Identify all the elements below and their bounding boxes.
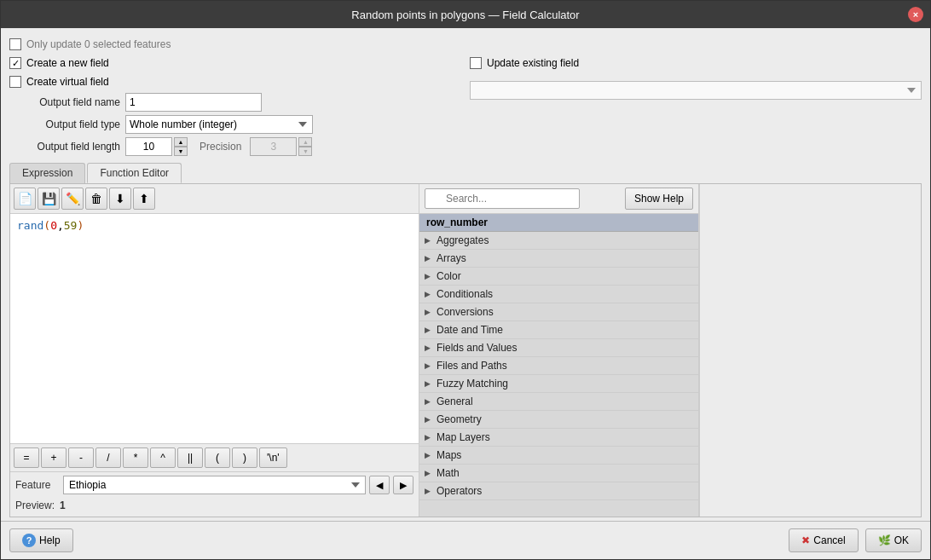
row-number-item[interactable]: row_number	[419, 214, 698, 232]
help-panel	[699, 184, 921, 517]
function-panel: 🔍 Show Help row_number ▶ Aggregates	[419, 184, 699, 517]
create-new-field-checkbox[interactable]: ✓	[9, 57, 21, 69]
list-item[interactable]: ▶ Aggregates	[419, 232, 698, 250]
precision-spinner: ▲ ▼	[250, 137, 312, 156]
tabs-row: Expression Function Editor	[9, 163, 922, 183]
main-panel: 📄 💾 ✏️ 🗑 ⬇ ⬆	[9, 183, 922, 517]
create-virtual-field-row: Create virtual field	[9, 74, 461, 89]
title-bar: Random points in polygons — Field Calcul…	[1, 1, 930, 28]
arrow-icon: ▶	[425, 326, 433, 334]
op-power[interactable]: ^	[150, 447, 176, 468]
save-button[interactable]: 💾	[38, 188, 60, 210]
right-fields: Update existing field	[461, 55, 922, 156]
list-item[interactable]: ▶ Conversions	[419, 303, 698, 321]
ok-button[interactable]: 🌿 OK	[865, 528, 922, 552]
arrow-icon: ▶	[425, 379, 433, 388]
search-row: 🔍 Show Help	[419, 184, 698, 214]
operators-row: = + - / * ^ || ( ) '\n'	[10, 443, 419, 471]
list-item[interactable]: ▶ Color	[419, 268, 698, 286]
output-field-name-input[interactable]	[125, 93, 262, 112]
precision-input	[250, 137, 297, 156]
dialog-title: Random points in polygons — Field Calcul…	[351, 9, 579, 21]
new-button[interactable]: 📄	[14, 188, 36, 210]
list-item[interactable]: ▶ Files and Paths	[419, 357, 698, 375]
only-update-checkbox[interactable]	[9, 38, 21, 50]
op-minus[interactable]: -	[68, 447, 94, 468]
import-button[interactable]: ⬇	[109, 188, 131, 210]
list-item[interactable]: ▶ Arrays	[419, 250, 698, 268]
op-eq[interactable]: =	[14, 447, 39, 468]
spinner-down[interactable]: ▼	[174, 147, 188, 156]
output-field-name-label: Output field name	[9, 96, 120, 108]
footer-right: ✖ Cancel 🌿 OK	[789, 528, 922, 552]
spinner-up[interactable]: ▲	[174, 137, 188, 147]
list-item[interactable]: ▶ Map Layers	[419, 429, 698, 447]
precision-up: ▲	[298, 137, 312, 147]
list-item[interactable]: ▶ Operators	[419, 482, 698, 500]
list-item[interactable]: ▶ Fields and Values	[419, 339, 698, 357]
cancel-icon: ✖	[801, 534, 810, 546]
export-button[interactable]: ⬆	[133, 188, 155, 210]
delete-button[interactable]: 🗑	[85, 188, 107, 210]
list-item[interactable]: ▶ General	[419, 393, 698, 411]
feature-label: Feature	[15, 479, 58, 491]
arrow-icon: ▶	[425, 254, 433, 263]
list-item[interactable]: ▶ Geometry	[419, 411, 698, 429]
existing-field-select[interactable]	[470, 81, 922, 100]
list-item[interactable]: ▶ Fuzzy Matching	[419, 375, 698, 393]
dialog-body: Only update 0 selected features ✓ Create…	[1, 28, 930, 521]
list-item[interactable]: ▶ Date and Time	[419, 321, 698, 339]
tab-expression[interactable]: Expression	[9, 163, 85, 183]
op-plus[interactable]: +	[41, 447, 66, 468]
show-help-button[interactable]: Show Help	[625, 188, 693, 210]
output-field-type-select[interactable]: Whole number (integer)	[125, 115, 313, 134]
arrow-icon: ▶	[425, 344, 433, 352]
expression-panel: 📄 💾 ✏️ 🗑 ⬇ ⬆	[10, 184, 419, 517]
only-update-row: Only update 0 selected features	[9, 35, 922, 55]
edit-button[interactable]: ✏️	[61, 188, 84, 210]
tab-function-editor[interactable]: Function Editor	[87, 163, 182, 183]
feature-select[interactable]: Ethiopia	[63, 476, 366, 494]
new-icon: 📄	[18, 192, 32, 205]
arrow-icon: ▶	[425, 272, 433, 280]
function-list: row_number ▶ Aggregates ▶ Arrays ▶ Color	[419, 214, 698, 517]
update-existing-field-checkbox[interactable]	[470, 57, 482, 69]
help-icon: ?	[22, 534, 36, 547]
list-item[interactable]: ▶ Math	[419, 465, 698, 482]
op-div[interactable]: /	[95, 447, 121, 468]
save-icon: 💾	[42, 192, 56, 205]
feature-select-wrap: Ethiopia ◀ ▶	[63, 476, 413, 494]
list-item[interactable]: ▶ Conditionals	[419, 286, 698, 303]
close-button[interactable]: ×	[908, 7, 923, 22]
op-mul[interactable]: *	[123, 447, 148, 468]
expression-editor[interactable]: rand(0,59)	[10, 214, 419, 443]
arrow-icon: ▶	[425, 487, 433, 495]
close-paren: )	[77, 219, 84, 232]
cancel-button[interactable]: ✖ Cancel	[789, 528, 858, 552]
op-lparen[interactable]: (	[205, 447, 230, 468]
arrow-icon: ▶	[425, 290, 433, 298]
editor-toolbar: 📄 💾 ✏️ 🗑 ⬇ ⬆	[10, 184, 419, 214]
op-rparen[interactable]: )	[232, 447, 257, 468]
arrow-icon: ▶	[425, 308, 433, 316]
edit-icon: ✏️	[66, 192, 80, 205]
output-field-name-row: Output field name	[9, 93, 461, 112]
prev-feature-btn[interactable]: ◀	[369, 476, 390, 494]
fields-row: ✓ Create a new field Create virtual fiel…	[9, 55, 922, 156]
open-paren: (	[43, 219, 50, 232]
help-button[interactable]: ? Help	[9, 528, 73, 552]
top-section: Only update 0 selected features ✓ Create…	[9, 35, 922, 159]
search-input[interactable]	[425, 188, 580, 209]
create-virtual-field-checkbox[interactable]	[9, 76, 21, 88]
arrow-icon: ▶	[425, 451, 433, 459]
arrow-icon: ▶	[425, 415, 433, 424]
op-concat[interactable]: ||	[177, 447, 203, 468]
preview-row: Preview: 1	[10, 498, 419, 517]
preview-label: Preview:	[15, 499, 55, 511]
list-item[interactable]: ▶ Maps	[419, 447, 698, 465]
left-fields: ✓ Create a new field Create virtual fiel…	[9, 55, 461, 156]
op-newline[interactable]: '\n'	[259, 447, 287, 468]
output-field-length-input[interactable]	[125, 137, 172, 156]
next-feature-btn[interactable]: ▶	[393, 476, 413, 494]
output-field-type-label: Output field type	[9, 118, 120, 130]
